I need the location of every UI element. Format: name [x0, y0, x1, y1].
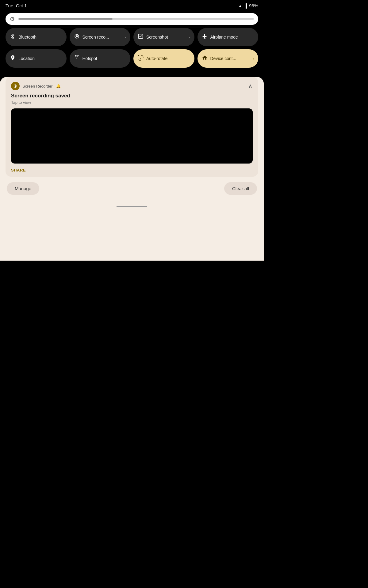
screen-record-chevron: ›	[125, 35, 126, 40]
tile-screenshot-label: Screenshot	[146, 35, 168, 40]
screenshot-icon	[138, 33, 144, 41]
tile-hotspot[interactable]: Hotspot	[70, 49, 131, 68]
battery-percent: 96%	[249, 3, 258, 8]
tile-autorotate[interactable]: Auto-rotate	[133, 49, 194, 68]
notif-app-icon	[11, 82, 20, 90]
home-indicator	[6, 198, 258, 212]
notif-header: Screen Recorder 🔔 ∧	[11, 82, 253, 90]
home-bar	[117, 206, 147, 207]
notification-panel: Screen Recorder 🔔 ∧ Screen recording sav…	[0, 77, 264, 261]
tile-screen-record[interactable]: Screen reco... ›	[70, 28, 131, 46]
screenshot-chevron: ›	[189, 35, 190, 40]
location-icon	[10, 55, 16, 62]
tile-device-cont[interactable]: Device cont... ›	[197, 49, 259, 68]
bottom-buttons: Manage Clear all	[6, 177, 258, 198]
svg-point-4	[15, 85, 16, 87]
brightness-track[interactable]: ⚙	[6, 13, 258, 25]
brightness-fill[interactable]	[18, 18, 254, 20]
tile-airplane[interactable]: Airplane mode	[197, 28, 259, 46]
status-bar: Tue, Oct 1 ▲ ▐ 96%	[0, 0, 264, 11]
notif-subtitle: Tap to view	[11, 100, 253, 105]
wifi-icon: ▲	[238, 3, 242, 8]
notif-collapse-button[interactable]: ∧	[248, 82, 253, 90]
tile-device-cont-label: Device cont...	[210, 56, 236, 61]
tile-location[interactable]: Location	[6, 49, 67, 68]
notification-card[interactable]: Screen Recorder 🔔 ∧ Screen recording sav…	[6, 77, 258, 177]
svg-rect-2	[138, 34, 143, 38]
manage-button[interactable]: Manage	[7, 182, 39, 195]
notif-app-name: Screen Recorder	[22, 84, 52, 89]
bluetooth-icon	[10, 33, 16, 41]
svg-point-1	[76, 35, 78, 37]
notif-thumbnail[interactable]	[11, 108, 253, 164]
clear-all-button[interactable]: Clear all	[224, 182, 257, 195]
screen-record-icon	[74, 33, 80, 41]
tile-screenshot[interactable]: Screenshot ›	[133, 28, 194, 46]
notif-header-left: Screen Recorder 🔔	[11, 82, 61, 90]
notif-title: Screen recording saved	[11, 93, 253, 99]
tile-airplane-label: Airplane mode	[210, 35, 238, 40]
brightness-row: ⚙	[0, 11, 264, 28]
notif-share-button[interactable]: SHARE	[11, 168, 253, 172]
device-cont-icon	[202, 55, 208, 62]
airplane-icon	[202, 33, 208, 41]
status-time: Tue, Oct 1	[6, 3, 27, 8]
tile-bluetooth-label: Bluetooth	[18, 35, 36, 40]
tile-hotspot-label: Hotspot	[82, 56, 97, 61]
hotspot-icon	[74, 55, 80, 62]
autorotate-icon	[138, 55, 144, 62]
tiles-grid: Bluetooth Screen reco... › Screenshot › …	[0, 28, 264, 71]
device-cont-chevron: ›	[253, 56, 254, 61]
battery-icon: ▐	[244, 3, 247, 8]
tile-screen-record-label: Screen reco...	[82, 35, 109, 40]
brightness-icon: ⚙	[10, 16, 15, 22]
tile-location-label: Location	[18, 56, 35, 61]
notif-bell-icon: 🔔	[56, 84, 61, 88]
tile-autorotate-label: Auto-rotate	[146, 56, 167, 61]
status-right: ▲ ▐ 96%	[238, 3, 258, 8]
tile-bluetooth[interactable]: Bluetooth	[6, 28, 67, 46]
